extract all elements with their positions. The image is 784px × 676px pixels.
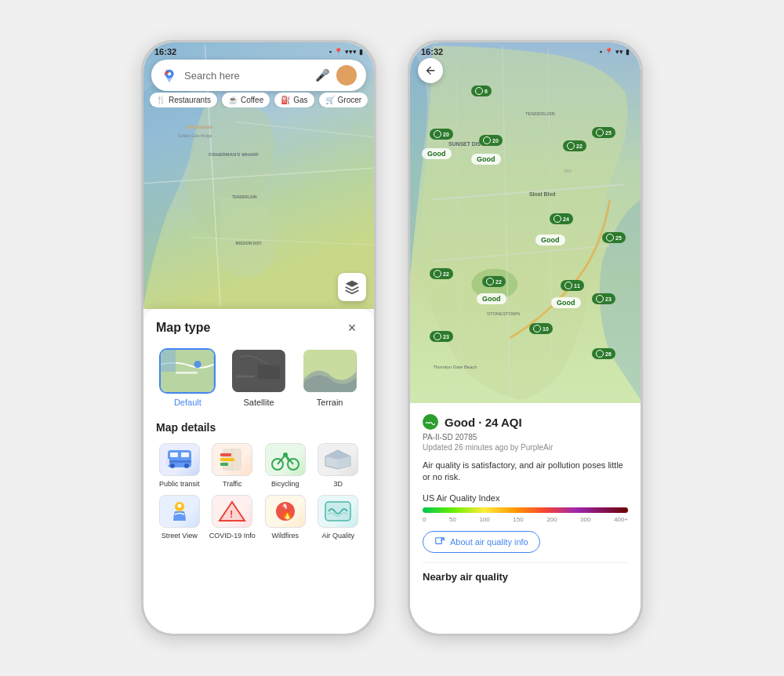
tick-200: 200 (546, 516, 557, 523)
tick-300: 300 (580, 516, 590, 523)
detail-covid[interactable]: ! COVID-19 Info (209, 495, 256, 540)
detail-3d[interactable]: 3D (315, 443, 362, 489)
aq-nearby-section: Nearby air quality (423, 562, 628, 583)
detail-street-view[interactable]: Street View (156, 495, 203, 540)
aqi-dot-11[interactable]: 23 (592, 293, 615, 304)
svg-text:FISHERMAN'S WHARF: FISHERMAN'S WHARF (209, 153, 259, 158)
aqi-dot-2[interactable]: 20 (430, 129, 453, 140)
tick-100: 100 (479, 516, 489, 523)
details-grid: Public transit Traffic (156, 443, 361, 540)
wildfires-label: Wildfires (271, 532, 299, 540)
mic-icon[interactable]: 🎤 (315, 68, 330, 82)
aq-info-link[interactable]: About air quality info (423, 531, 540, 553)
traffic-icon-box (212, 443, 252, 476)
status-bar-1: 16:32 ▪ 📍 ▾▾▾ ▮ (143, 42, 374, 58)
svg-rect-19 (258, 365, 280, 380)
airquality-icon-box (318, 495, 358, 528)
status-icons-1: ▪ 📍 ▾▾▾ ▮ (329, 48, 363, 56)
detail-wildfires[interactable]: 🔥 Wildfires (262, 495, 309, 540)
sheet-title: Map type (156, 321, 210, 335)
svg-rect-15 (162, 350, 176, 372)
map-type-terrain[interactable]: Terrain (298, 348, 361, 407)
wifi-icon-2: ▾▾ (615, 48, 623, 56)
chip-restaurants[interactable]: 🍴 Restaurants (150, 93, 217, 107)
tick-50: 50 (449, 516, 456, 523)
phone-1: Tiburon FISHERMAN'S WHARF TENDERLOIN MIS… (141, 40, 376, 636)
aqi-dot-1[interactable]: 6 (471, 85, 492, 96)
chip-gas[interactable]: ⛽ Gas (274, 93, 314, 107)
search-bar[interactable]: Search here 🎤 (151, 60, 366, 91)
aq-description: Air quality is satisfactory, and air pol… (423, 460, 628, 484)
svg-point-25 (170, 463, 175, 468)
aq-index-label: US Air Quality Index (423, 493, 628, 503)
aqi-dot-9[interactable]: 22 (482, 276, 506, 287)
svg-rect-13 (176, 372, 198, 374)
detail-air-quality[interactable]: Air Quality (315, 495, 362, 540)
aqi-dot-6[interactable]: 24 (550, 213, 573, 224)
status-time-2: 16:32 (421, 47, 443, 56)
map-type-thumb-default (159, 348, 216, 394)
chip-coffee[interactable]: ☕ Coffee (222, 93, 270, 107)
chips-row: 🍴 Restaurants ☕ Coffee ⛽ Gas 🛒 Grocer (150, 93, 368, 107)
map-type-satellite[interactable]: Satellite (227, 348, 291, 407)
map-type-default[interactable]: Default (156, 348, 220, 407)
transit-label: Public transit (159, 480, 200, 489)
covid-label: COVID-19 Info (209, 532, 256, 540)
svg-rect-24 (168, 460, 191, 463)
battery-icon: ▮ (359, 48, 363, 56)
svg-rect-22 (170, 452, 178, 457)
restaurant-icon: 🍴 (156, 96, 165, 104)
tick-0: 0 (423, 516, 426, 523)
layers-button[interactable] (338, 273, 366, 301)
svg-text:MISSION DIST: MISSION DIST (236, 242, 262, 245)
svg-rect-18 (236, 376, 254, 378)
svg-text:TENDERLOIN: TENDERLOIN (232, 195, 257, 199)
svg-rect-32 (220, 463, 228, 466)
map-type-thumb-satellite (230, 348, 287, 394)
aqi-good-5: Good (551, 297, 581, 308)
aqi-dot-14[interactable]: 26 (592, 348, 615, 359)
svg-point-14 (194, 361, 201, 368)
aqi-dot-7[interactable]: 25 (602, 232, 626, 243)
location-icon: 📍 (334, 48, 343, 56)
back-arrow-icon (424, 64, 437, 77)
aqi-dot-3[interactable]: 20 (479, 135, 503, 146)
aqi-dot-12[interactable]: 23 (430, 331, 453, 342)
svg-line-3 (190, 237, 374, 245)
avatar[interactable] (336, 65, 357, 85)
tick-400: 400+ (614, 516, 628, 523)
aqi-dot-4[interactable]: 22 (563, 140, 586, 151)
detail-bicycling[interactable]: Bicycling (262, 443, 309, 489)
aqi-good-1: Good (422, 148, 452, 159)
3d-icon-box (318, 443, 358, 476)
aqi-dot-10[interactable]: 11 (561, 280, 584, 291)
chip-grocery[interactable]: 🛒 Grocer (319, 93, 368, 107)
airquality-label: Air Quality (321, 532, 354, 540)
bottom-sheet: Map type × (143, 309, 374, 634)
svg-point-40 (177, 503, 181, 507)
svg-rect-30 (220, 453, 231, 456)
aq-info-link-text: About air quality info (450, 537, 528, 547)
streetview-icon-box (159, 495, 200, 528)
map-type-thumb-terrain (302, 348, 358, 394)
svg-rect-31 (220, 458, 234, 461)
aqi-dot-5[interactable]: 25 (592, 127, 615, 138)
aq-bar-ticks: 0 50 100 150 200 300 400+ (423, 516, 628, 523)
aqi-dot-13[interactable]: 10 (529, 323, 553, 334)
biking-icon-box (265, 443, 306, 476)
status-time-1: 16:32 (154, 47, 176, 56)
map-type-label-terrain: Terrain (317, 398, 343, 407)
sheet-header: Map type × (156, 318, 361, 337)
aqi-dot-8[interactable]: 22 (430, 268, 453, 279)
svg-rect-23 (181, 452, 189, 457)
battery-icon-2: ▮ (626, 48, 630, 56)
svg-point-26 (184, 463, 189, 468)
close-button[interactable]: × (343, 318, 361, 337)
back-button[interactable] (418, 58, 443, 83)
detail-public-transit[interactable]: Public transit (156, 443, 203, 489)
detail-traffic[interactable]: Traffic (209, 443, 256, 489)
svg-text:!: ! (230, 508, 233, 520)
air-quality-panel: Good · 24 AQI PA-II-SD 20785 Updated 26 … (410, 403, 641, 634)
streetview-label: Street View (162, 532, 198, 540)
external-link-icon (434, 536, 445, 547)
